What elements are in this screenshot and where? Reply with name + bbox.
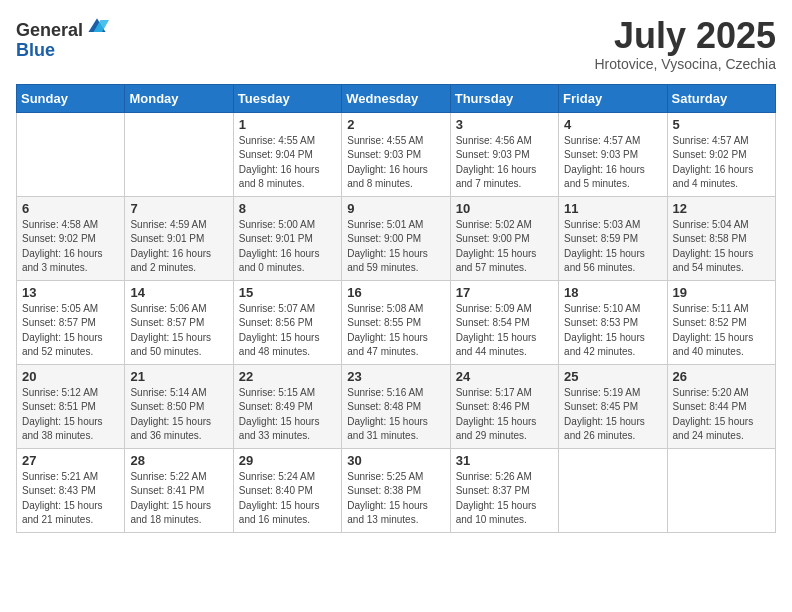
day-info: Sunrise: 5:17 AM Sunset: 8:46 PM Dayligh…: [456, 386, 553, 444]
day-info: Sunrise: 5:26 AM Sunset: 8:37 PM Dayligh…: [456, 470, 553, 528]
day-number: 8: [239, 201, 336, 216]
day-number: 18: [564, 285, 661, 300]
day-number: 21: [130, 369, 227, 384]
day-info: Sunrise: 5:24 AM Sunset: 8:40 PM Dayligh…: [239, 470, 336, 528]
day-info: Sunrise: 5:07 AM Sunset: 8:56 PM Dayligh…: [239, 302, 336, 360]
calendar-cell: 31Sunrise: 5:26 AM Sunset: 8:37 PM Dayli…: [450, 448, 558, 532]
calendar-week-row: 20Sunrise: 5:12 AM Sunset: 8:51 PM Dayli…: [17, 364, 776, 448]
calendar-cell: 29Sunrise: 5:24 AM Sunset: 8:40 PM Dayli…: [233, 448, 341, 532]
calendar-cell: 12Sunrise: 5:04 AM Sunset: 8:58 PM Dayli…: [667, 196, 775, 280]
day-number: 28: [130, 453, 227, 468]
day-number: 15: [239, 285, 336, 300]
day-number: 13: [22, 285, 119, 300]
day-number: 3: [456, 117, 553, 132]
day-info: Sunrise: 5:21 AM Sunset: 8:43 PM Dayligh…: [22, 470, 119, 528]
logo-text: General: [16, 16, 109, 41]
day-number: 7: [130, 201, 227, 216]
day-info: Sunrise: 4:56 AM Sunset: 9:03 PM Dayligh…: [456, 134, 553, 192]
calendar-cell: 8Sunrise: 5:00 AM Sunset: 9:01 PM Daylig…: [233, 196, 341, 280]
calendar-week-row: 1Sunrise: 4:55 AM Sunset: 9:04 PM Daylig…: [17, 112, 776, 196]
day-number: 27: [22, 453, 119, 468]
day-info: Sunrise: 5:15 AM Sunset: 8:49 PM Dayligh…: [239, 386, 336, 444]
day-number: 10: [456, 201, 553, 216]
weekday-header: Sunday: [17, 84, 125, 112]
weekday-header: Saturday: [667, 84, 775, 112]
day-info: Sunrise: 5:08 AM Sunset: 8:55 PM Dayligh…: [347, 302, 444, 360]
calendar-cell: 19Sunrise: 5:11 AM Sunset: 8:52 PM Dayli…: [667, 280, 775, 364]
calendar-week-row: 6Sunrise: 4:58 AM Sunset: 9:02 PM Daylig…: [17, 196, 776, 280]
day-info: Sunrise: 4:58 AM Sunset: 9:02 PM Dayligh…: [22, 218, 119, 276]
day-info: Sunrise: 5:00 AM Sunset: 9:01 PM Dayligh…: [239, 218, 336, 276]
day-number: 20: [22, 369, 119, 384]
day-number: 24: [456, 369, 553, 384]
calendar-cell: 27Sunrise: 5:21 AM Sunset: 8:43 PM Dayli…: [17, 448, 125, 532]
page-header: General Blue July 2025 Hrotovice, Vysoci…: [16, 16, 776, 72]
calendar-cell: 7Sunrise: 4:59 AM Sunset: 9:01 PM Daylig…: [125, 196, 233, 280]
weekday-header: Wednesday: [342, 84, 450, 112]
day-info: Sunrise: 5:06 AM Sunset: 8:57 PM Dayligh…: [130, 302, 227, 360]
calendar-cell: 21Sunrise: 5:14 AM Sunset: 8:50 PM Dayli…: [125, 364, 233, 448]
day-number: 29: [239, 453, 336, 468]
day-number: 25: [564, 369, 661, 384]
day-number: 6: [22, 201, 119, 216]
calendar-cell: 28Sunrise: 5:22 AM Sunset: 8:41 PM Dayli…: [125, 448, 233, 532]
calendar-cell: 13Sunrise: 5:05 AM Sunset: 8:57 PM Dayli…: [17, 280, 125, 364]
day-info: Sunrise: 5:20 AM Sunset: 8:44 PM Dayligh…: [673, 386, 770, 444]
calendar-cell: 30Sunrise: 5:25 AM Sunset: 8:38 PM Dayli…: [342, 448, 450, 532]
day-info: Sunrise: 5:09 AM Sunset: 8:54 PM Dayligh…: [456, 302, 553, 360]
calendar-cell: 24Sunrise: 5:17 AM Sunset: 8:46 PM Dayli…: [450, 364, 558, 448]
day-number: 17: [456, 285, 553, 300]
day-info: Sunrise: 4:59 AM Sunset: 9:01 PM Dayligh…: [130, 218, 227, 276]
day-info: Sunrise: 5:01 AM Sunset: 9:00 PM Dayligh…: [347, 218, 444, 276]
calendar-cell: 26Sunrise: 5:20 AM Sunset: 8:44 PM Dayli…: [667, 364, 775, 448]
day-info: Sunrise: 5:02 AM Sunset: 9:00 PM Dayligh…: [456, 218, 553, 276]
weekday-header: Thursday: [450, 84, 558, 112]
calendar-header: SundayMondayTuesdayWednesdayThursdayFrid…: [17, 84, 776, 112]
calendar-cell: 14Sunrise: 5:06 AM Sunset: 8:57 PM Dayli…: [125, 280, 233, 364]
calendar-cell: 17Sunrise: 5:09 AM Sunset: 8:54 PM Dayli…: [450, 280, 558, 364]
day-number: 31: [456, 453, 553, 468]
calendar-cell: 1Sunrise: 4:55 AM Sunset: 9:04 PM Daylig…: [233, 112, 341, 196]
calendar-cell: 22Sunrise: 5:15 AM Sunset: 8:49 PM Dayli…: [233, 364, 341, 448]
calendar-cell: 6Sunrise: 4:58 AM Sunset: 9:02 PM Daylig…: [17, 196, 125, 280]
logo-icon: [85, 16, 109, 36]
day-number: 4: [564, 117, 661, 132]
day-number: 30: [347, 453, 444, 468]
day-number: 16: [347, 285, 444, 300]
day-number: 26: [673, 369, 770, 384]
day-info: Sunrise: 5:22 AM Sunset: 8:41 PM Dayligh…: [130, 470, 227, 528]
weekday-row: SundayMondayTuesdayWednesdayThursdayFrid…: [17, 84, 776, 112]
calendar-week-row: 13Sunrise: 5:05 AM Sunset: 8:57 PM Dayli…: [17, 280, 776, 364]
weekday-header: Monday: [125, 84, 233, 112]
day-number: 12: [673, 201, 770, 216]
month-title: July 2025: [594, 16, 776, 56]
calendar-cell: 20Sunrise: 5:12 AM Sunset: 8:51 PM Dayli…: [17, 364, 125, 448]
day-number: 14: [130, 285, 227, 300]
day-number: 1: [239, 117, 336, 132]
day-info: Sunrise: 5:16 AM Sunset: 8:48 PM Dayligh…: [347, 386, 444, 444]
calendar-cell: [125, 112, 233, 196]
calendar-cell: 25Sunrise: 5:19 AM Sunset: 8:45 PM Dayli…: [559, 364, 667, 448]
logo: General Blue: [16, 16, 109, 61]
weekday-header: Tuesday: [233, 84, 341, 112]
logo-general: General: [16, 20, 83, 40]
calendar-week-row: 27Sunrise: 5:21 AM Sunset: 8:43 PM Dayli…: [17, 448, 776, 532]
calendar-cell: 23Sunrise: 5:16 AM Sunset: 8:48 PM Dayli…: [342, 364, 450, 448]
location-subtitle: Hrotovice, Vysocina, Czechia: [594, 56, 776, 72]
calendar-body: 1Sunrise: 4:55 AM Sunset: 9:04 PM Daylig…: [17, 112, 776, 532]
calendar-cell: 3Sunrise: 4:56 AM Sunset: 9:03 PM Daylig…: [450, 112, 558, 196]
day-info: Sunrise: 4:57 AM Sunset: 9:03 PM Dayligh…: [564, 134, 661, 192]
day-number: 9: [347, 201, 444, 216]
day-info: Sunrise: 5:12 AM Sunset: 8:51 PM Dayligh…: [22, 386, 119, 444]
calendar-cell: 10Sunrise: 5:02 AM Sunset: 9:00 PM Dayli…: [450, 196, 558, 280]
day-info: Sunrise: 5:03 AM Sunset: 8:59 PM Dayligh…: [564, 218, 661, 276]
day-info: Sunrise: 5:25 AM Sunset: 8:38 PM Dayligh…: [347, 470, 444, 528]
day-info: Sunrise: 5:10 AM Sunset: 8:53 PM Dayligh…: [564, 302, 661, 360]
calendar-cell: [559, 448, 667, 532]
day-number: 11: [564, 201, 661, 216]
title-block: July 2025 Hrotovice, Vysocina, Czechia: [594, 16, 776, 72]
calendar-cell: [667, 448, 775, 532]
calendar-cell: 4Sunrise: 4:57 AM Sunset: 9:03 PM Daylig…: [559, 112, 667, 196]
calendar-table: SundayMondayTuesdayWednesdayThursdayFrid…: [16, 84, 776, 533]
calendar-cell: 2Sunrise: 4:55 AM Sunset: 9:03 PM Daylig…: [342, 112, 450, 196]
